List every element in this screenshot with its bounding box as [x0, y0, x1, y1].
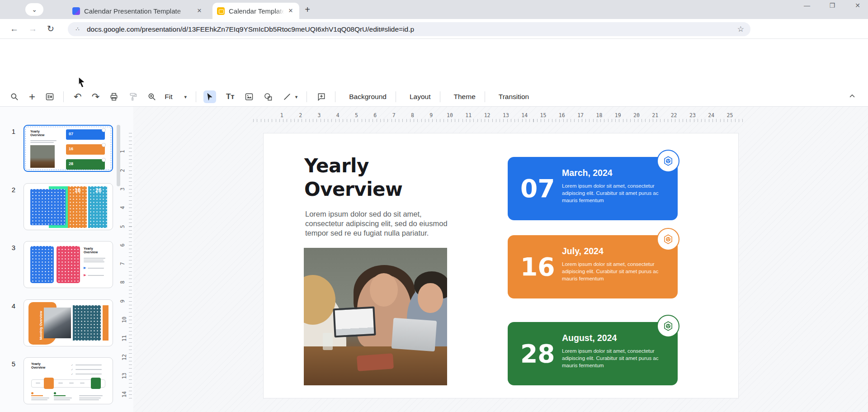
new-tab-button[interactable]: + [302, 5, 313, 15]
tab-close-icon[interactable]: ✕ [195, 7, 203, 15]
card-text: Lorem ipsum dolor sit amet, consectetur … [562, 347, 664, 369]
tab-calendar-presentation[interactable]: Calendar Presentation Template ✕ [68, 3, 208, 19]
tab-close-icon[interactable]: ✕ [287, 7, 295, 15]
horizontal-ruler: 1234567891011121314151617181920212223242… [253, 112, 746, 122]
background-button[interactable]: Background [349, 93, 387, 101]
insert-comment-icon[interactable] [317, 92, 326, 101]
toolbar-divider [485, 91, 485, 102]
address-bar[interactable]: docs.google.com/presentation/d/13FEEhkZn… [68, 22, 750, 36]
redo-icon[interactable]: ↷ [92, 91, 100, 102]
horizontal-ruler-ticks [253, 119, 746, 122]
slide-thumbnail-2[interactable]: 16 26 [24, 183, 113, 230]
chevron-down-icon: ⌄ [32, 6, 37, 13]
toolbar-divider [440, 91, 440, 102]
paint-format-icon[interactable] [128, 92, 137, 101]
thumb4-title: Monthly Overview [39, 311, 43, 341]
filmstrip-scrollbar[interactable] [117, 125, 120, 186]
check-icon: ✓ [71, 363, 73, 366]
slide-thumbnail-3[interactable]: Yearly Overview [24, 241, 113, 288]
bookmark-star-icon[interactable]: ☆ [737, 24, 744, 34]
photo-notebook [357, 353, 394, 371]
slide-number: 3 [5, 244, 15, 251]
slide-thumbnail-1[interactable]: Yearly Overview 07 16 28 [24, 125, 113, 172]
slides-app-header: Calendar Template ☆ File Edit View Inser… [0, 39, 868, 87]
slide-body-text[interactable]: Lorem ipsum dolor sed do sit amet, conse… [305, 209, 461, 238]
photo-laptop-left [333, 307, 376, 338]
collapse-toolbar-icon[interactable] [848, 92, 856, 102]
insert-image-icon[interactable] [245, 92, 254, 101]
url-text[interactable]: docs.google.com/presentation/d/13FEEhkZn… [87, 25, 414, 33]
zoom-icon[interactable] [147, 92, 156, 101]
vertical-ruler-ticks [129, 133, 132, 398]
thumb1-card2-num: 16 [69, 147, 73, 151]
transition-button[interactable]: Transition [499, 93, 529, 101]
toolbar-divider [396, 91, 396, 102]
line-dropdown-icon[interactable]: ▾ [295, 94, 298, 100]
insert-shape-icon[interactable] [264, 92, 273, 101]
window-restore-button[interactable]: ❐ [828, 2, 836, 9]
text-box-icon[interactable]: Tт [226, 92, 235, 101]
forward-icon[interactable]: → [28, 24, 37, 34]
window-minimize-button[interactable]: — [803, 2, 811, 9]
theme-button[interactable]: Theme [454, 93, 476, 101]
slide-number: 2 [5, 186, 15, 194]
thumb2-number-16: 16 [75, 187, 80, 194]
photo-laptop-right [392, 318, 437, 352]
search-menus-icon[interactable] [10, 92, 19, 101]
window-close-button[interactable]: ✕ [854, 2, 862, 9]
card-day-number: 07 [520, 174, 555, 203]
photo-person-center-face [370, 273, 398, 307]
browser-tab-strip: ⌄ Calendar Presentation Template ✕ Calen… [0, 0, 868, 19]
slide-editor-page[interactable]: Yearly Overview Lorem ipsum dolor sed do… [263, 133, 739, 398]
card-day-number: 16 [520, 252, 555, 281]
thumb2-number-26: 26 [95, 187, 101, 194]
card-text: Lorem ipsum dolor sit amet, consectetur … [562, 260, 664, 282]
layout-button[interactable]: Layout [410, 93, 431, 101]
mouse-cursor [77, 76, 89, 90]
event-card-august[interactable]: 28 August, 2024 Lorem ipsum dolor sit am… [508, 322, 678, 385]
vertical-ruler: 1234567891011121314 [120, 133, 132, 398]
toolbar-divider [196, 91, 196, 102]
new-slide-icon[interactable]: + [29, 93, 35, 101]
print-icon[interactable] [109, 92, 118, 101]
slide-layout-icon[interactable] [45, 92, 54, 101]
event-card-march[interactable]: 07 March, 2024 Lorem ipsum dolor sit ame… [508, 157, 678, 220]
toolbar: + ↶ ↷ Fit ▾ Tт ▾ [0, 87, 868, 107]
check-icon: ✓ [71, 372, 73, 375]
slide-title[interactable]: Yearly Overview [304, 154, 402, 201]
thumb3-title: Yearly Overview [84, 247, 98, 254]
cube-badge-icon [657, 228, 679, 251]
event-card-july[interactable]: 16 July, 2024 Lorem ipsum dolor sit amet… [508, 235, 678, 298]
thumb1-card3-num: 28 [69, 161, 73, 166]
slides-favicon-icon [217, 7, 225, 15]
tab-title: Calendar Presentation Template [84, 7, 193, 15]
slide-number: 5 [5, 360, 15, 368]
check-icon: ✓ [71, 368, 73, 371]
zoom-dropdown-icon[interactable]: ▾ [184, 94, 187, 100]
reload-icon[interactable]: ↻ [47, 24, 54, 34]
slide-photo[interactable] [304, 248, 447, 385]
photo-person-right-face [418, 283, 443, 313]
card-heading: July, 2024 [562, 246, 604, 256]
thumb1-title: Yearly Overview [30, 130, 44, 137]
tab-search-button[interactable]: ⌄ [25, 3, 43, 16]
screen: ⌄ Calendar Presentation Template ✕ Calen… [0, 0, 868, 412]
back-icon[interactable]: ← [10, 24, 19, 34]
tab-google-slides[interactable]: Calendar Template - Google Slides ✕ [212, 3, 299, 19]
cube-badge-icon [657, 315, 679, 337]
browser-address-row: ← → ↻ docs.google.com/presentation/d/13F… [0, 19, 868, 39]
card-text: Lorem ipsum dolor sit amet, consectetur … [562, 182, 664, 204]
undo-icon[interactable]: ↶ [74, 91, 82, 102]
slide-thumbnail-4[interactable]: Monthly Overview [24, 299, 113, 346]
slide-number: 4 [5, 302, 15, 310]
insert-line-icon[interactable] [283, 92, 292, 101]
toolbar-divider [307, 91, 307, 102]
card-heading: August, 2024 [562, 333, 617, 343]
toolbar-divider [335, 91, 335, 102]
select-tool-icon[interactable] [203, 90, 216, 103]
cube-badge-icon [657, 150, 679, 172]
site-info-icon[interactable] [74, 25, 82, 33]
photo-glass [323, 333, 333, 350]
slide-thumbnail-5[interactable]: Yearly Overview ✓ ✓ ✓ [24, 357, 113, 404]
zoom-select-value[interactable]: Fit [165, 93, 172, 101]
